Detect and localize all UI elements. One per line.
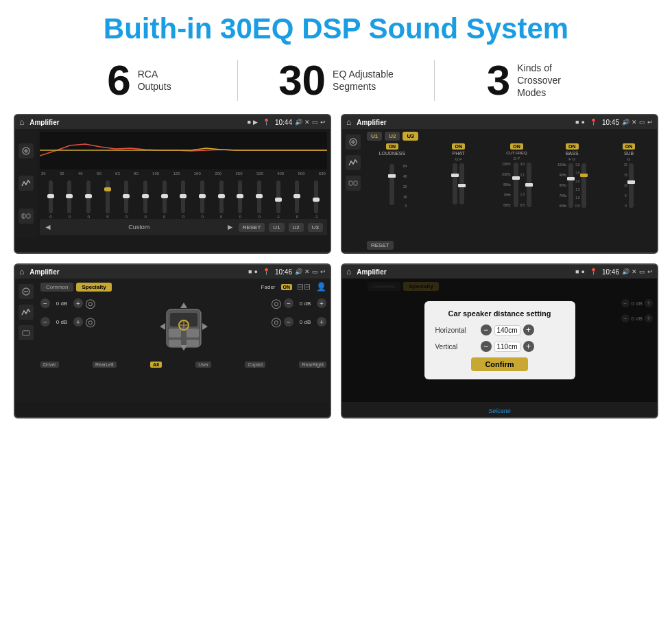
eq-slider-2[interactable]: 0 xyxy=(67,180,71,219)
fader-rr-minus[interactable]: − xyxy=(284,317,293,327)
fader-tab-common[interactable]: Common xyxy=(40,283,73,292)
eq-main: 253240506380100125160200250320400500630 … xyxy=(37,129,330,238)
cross-sidebar-icon-3[interactable] xyxy=(346,176,361,191)
dialog-x-icon: ✕ xyxy=(632,268,637,275)
fader-sidebar-icon-2[interactable] xyxy=(19,305,34,320)
eq-slider-11[interactable]: 0 xyxy=(238,180,242,219)
sub-name: SUB xyxy=(624,151,634,156)
fader-profile-icon[interactable]: 👤 xyxy=(316,282,326,292)
fader-x-icon: ✕ xyxy=(304,268,310,275)
fader-ch-fr: ◎ − 0 dB + xyxy=(271,296,326,311)
fader-fl-speaker-icon: ◎ xyxy=(85,296,96,311)
eq-slider-15[interactable]: -1 xyxy=(314,180,318,219)
fader-volume-icon: 🔊 xyxy=(295,268,302,275)
cross-sidebar-icon-1[interactable] xyxy=(346,134,361,150)
fader-fr-plus[interactable]: + xyxy=(317,298,326,308)
eq-u1-button[interactable]: U1 xyxy=(269,223,284,232)
eq-slider-9[interactable]: 0 xyxy=(200,180,204,219)
svg-marker-26 xyxy=(180,303,187,308)
eq-prev-button[interactable]: ◄ xyxy=(44,222,52,232)
cross-preset-u1[interactable]: U1 xyxy=(367,132,382,141)
fader-ch-rr: ◎ − 0 dB + xyxy=(271,314,326,329)
dialog-horizontal-plus[interactable]: + xyxy=(523,324,534,335)
sub-toggle[interactable]: ON xyxy=(623,143,636,150)
fader-pos-rearleft[interactable]: RearLeft xyxy=(93,362,117,368)
fader-home-icon[interactable]: ⌂ xyxy=(19,267,24,276)
cross-sidebar-icon-2[interactable] xyxy=(346,155,361,170)
svg-rect-19 xyxy=(169,329,181,338)
eq-sidebar-icon-2[interactable] xyxy=(19,176,34,191)
dialog-vertical-plus[interactable]: + xyxy=(523,341,534,352)
dialog-window-icon: ▭ xyxy=(639,268,645,275)
phat-toggle[interactable]: ON xyxy=(452,143,465,150)
cross-preset-u3[interactable]: U3 xyxy=(403,132,418,141)
fader-fl-plus[interactable]: + xyxy=(73,298,83,308)
fader-pos-driver[interactable]: Driver xyxy=(40,362,59,368)
eq-slider-1[interactable]: 0 xyxy=(49,180,53,219)
dialog-app-title: Amplifier xyxy=(354,268,573,276)
screens-grid: ⌂ Amplifier ■ ▶ 📍 10:44 🔊 ✕ ▭ ↩ xyxy=(0,114,672,418)
fader-rl-plus[interactable]: + xyxy=(73,317,83,327)
fader-tabs: Common Specialty Fader ON ⊟⊟ 👤 xyxy=(40,282,326,292)
eq-x-icon: ✕ xyxy=(304,119,310,126)
fader-fl-minus[interactable]: − xyxy=(40,298,50,308)
eq-reset-button[interactable]: RESET xyxy=(239,223,265,232)
dialog-horizontal-val: 140cm xyxy=(494,325,520,335)
fader-sidebar-icon-1[interactable] xyxy=(19,284,34,299)
dialog-vertical-minus[interactable]: − xyxy=(481,341,492,352)
fader-rl-minus[interactable]: − xyxy=(40,317,50,327)
fader-rr-plus[interactable]: + xyxy=(317,317,326,327)
fader-center xyxy=(153,296,215,357)
eq-u3-button[interactable]: U3 xyxy=(308,223,323,232)
eq-home-icon[interactable]: ⌂ xyxy=(19,117,24,127)
svg-marker-28 xyxy=(160,323,165,330)
dialog-screen: ⌂ Amplifier ■ ● 📍 10:46 🔊 ✕ ▭ ↩ xyxy=(341,263,658,418)
eq-slider-10[interactable]: 0 xyxy=(219,180,224,219)
dialog-home-icon[interactable]: ⌂ xyxy=(346,267,351,276)
svg-rect-4 xyxy=(27,214,30,218)
fader-fr-minus[interactable]: − xyxy=(284,298,293,308)
fader-toggle-icon[interactable]: ⊟⊟ xyxy=(297,282,311,292)
loudness-toggle[interactable]: ON xyxy=(386,143,399,150)
dialog-horizontal-minus[interactable]: − xyxy=(481,324,492,335)
eq-slider-3[interactable]: 0 xyxy=(86,180,91,219)
eq-slider-6[interactable]: 0 xyxy=(143,180,147,219)
stat-rca-number: 6 xyxy=(107,59,130,102)
cross-volume-icon: 🔊 xyxy=(622,119,629,126)
loudness-slider[interactable]: 64 48 32 16 0 xyxy=(389,157,394,205)
eq-preset-label: Custom xyxy=(56,224,222,231)
eq-slider-5[interactable]: 0 xyxy=(124,180,128,219)
eq-slider-7[interactable]: 0 xyxy=(163,180,167,219)
eq-next-button[interactable]: ► xyxy=(226,222,235,232)
eq-u2-button[interactable]: U2 xyxy=(289,223,304,232)
fader-pos-user[interactable]: User xyxy=(195,362,211,368)
eq-freq-labels: 253240506380100125160200250320400500630 xyxy=(40,172,327,176)
bass-toggle[interactable]: ON xyxy=(566,143,579,150)
eq-slider-14[interactable]: 0 xyxy=(295,180,299,219)
fader-pos-rearright[interactable]: RearRight xyxy=(299,362,326,368)
dialog-status-bar: ⌂ Amplifier ■ ● 📍 10:46 🔊 ✕ ▭ ↩ xyxy=(342,265,657,279)
eq-slider-8[interactable]: 0 xyxy=(181,180,185,219)
eq-slider-13[interactable]: -1 xyxy=(276,180,280,219)
eq-sidebar xyxy=(15,129,37,238)
eq-sidebar-icon-3[interactable] xyxy=(19,209,34,224)
fader-tab-specialty[interactable]: Specialty xyxy=(76,283,111,292)
fader-pos-all[interactable]: All xyxy=(150,362,162,368)
cross-ch-sub: ON SUB G 20151050 xyxy=(603,143,654,237)
fader-sidebar-icon-3[interactable] xyxy=(19,325,34,340)
cross-preset-u2[interactable]: U2 xyxy=(385,132,400,141)
phat-sliders xyxy=(453,163,464,204)
cross-ch-cutfreq: ON CUT FREQ G F 120Hz100Hz80Hz70Hz60Hz 3… xyxy=(492,143,542,237)
fader-pos-copilot[interactable]: Copilot xyxy=(245,362,265,368)
cross-reset-button[interactable]: RESET xyxy=(367,241,394,250)
eq-sidebar-icon-1[interactable] xyxy=(19,143,34,158)
eq-slider-12[interactable]: 0 xyxy=(257,180,261,219)
dialog-record-icon: ● xyxy=(581,268,585,275)
cross-x-icon: ✕ xyxy=(632,119,637,126)
eq-slider-4[interactable]: 5 xyxy=(106,180,110,219)
cross-home-icon[interactable]: ⌂ xyxy=(346,117,351,127)
fader-app-title: Amplifier xyxy=(27,268,245,276)
dialog-volume-icon: 🔊 xyxy=(622,268,629,275)
confirm-button[interactable]: Confirm xyxy=(471,357,527,371)
cutfreq-toggle[interactable]: ON xyxy=(510,143,523,150)
